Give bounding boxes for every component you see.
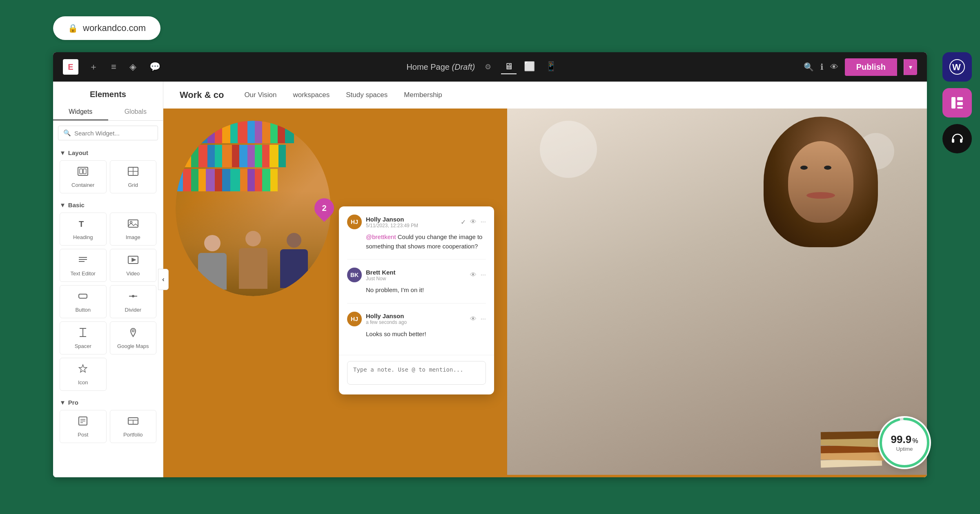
svg-point-16 (132, 295, 134, 297)
comment-input[interactable] (347, 361, 486, 385)
tab-widgets[interactable]: Widgets (53, 104, 108, 120)
widget-button[interactable]: Button (60, 285, 107, 318)
pro-arrow-icon: ▼ (60, 399, 66, 406)
video-icon (127, 254, 139, 268)
svg-rect-1 (80, 169, 82, 174)
nav-membership[interactable]: Membership (404, 91, 442, 99)
comment-actions-2: 👁 ··· (470, 271, 486, 279)
publish-button[interactable]: Publish (845, 58, 897, 76)
more-icon[interactable]: ··· (481, 218, 486, 226)
uptime-value: 99.9 (891, 433, 912, 446)
page-settings-icon[interactable]: ⚙ (485, 62, 491, 71)
view-icon-3[interactable]: 👁 (470, 315, 477, 323)
desktop-view-button[interactable]: 🖥 (501, 60, 517, 74)
comment-pin[interactable]: 2 (314, 198, 334, 218)
comment-meta-3: Holly Janson a few seconds ago (366, 312, 466, 325)
site-logo: Work & co (180, 90, 224, 100)
elementor-logo[interactable]: E (63, 59, 78, 75)
nav-study-spaces[interactable]: Study spaces (346, 91, 388, 99)
panel-collapse-button[interactable]: ‹ (158, 269, 169, 290)
left-panel: Elements Widgets Globals 🔍 ▼ Layout (53, 82, 163, 477)
widget-spacer[interactable]: Spacer (60, 321, 107, 354)
publish-dropdown-button[interactable]: ▾ (904, 59, 917, 75)
comment-time-1: 5/11/2023, 12:23:49 PM (366, 223, 457, 228)
avatar-brett: BK (347, 268, 362, 282)
resolve-icon[interactable]: ✓ (461, 218, 466, 226)
widget-image[interactable]: Image (110, 213, 157, 246)
image-icon (127, 218, 139, 232)
widget-icon[interactable]: Icon (60, 358, 107, 391)
tablet-view-button[interactable]: ⬜ (521, 60, 538, 74)
students-photo (176, 121, 331, 296)
basic-widgets-grid: T Heading Image (60, 213, 156, 391)
widget-post[interactable]: Post (60, 410, 107, 443)
svg-rect-31 (957, 97, 963, 100)
uptime-percent: % (912, 437, 918, 445)
icon-widget-label: Icon (78, 379, 88, 386)
url-display: workandco.com (83, 23, 146, 33)
widget-portfolio[interactable]: Portfolio (110, 410, 157, 443)
help-icon[interactable]: ℹ (820, 62, 824, 72)
post-label: Post (78, 432, 88, 438)
woman-photo (507, 109, 927, 475)
woman-figure (743, 109, 886, 475)
mention-brettkent: @brettkent (366, 233, 396, 240)
layout-section-title: ▼ Layout (60, 149, 156, 156)
search-input[interactable] (74, 130, 153, 137)
comments-button[interactable]: 💬 (147, 59, 163, 75)
comment-header-3: HJ Holly Janson a few seconds ago 👁 ··· (347, 312, 486, 326)
elementor-button[interactable] (942, 88, 972, 117)
device-switcher: 🖥 ⬜ 📱 (501, 60, 560, 74)
video-label: Video (126, 270, 140, 277)
comment-actions-3: 👁 ··· (470, 315, 486, 323)
navigator-button[interactable]: ≡ (109, 59, 119, 75)
pro-widgets-grid: Post Portfolio (60, 410, 156, 443)
comment-divider-2 (347, 303, 486, 304)
nav-workspaces[interactable]: workspaces (293, 91, 330, 99)
wordpress-button[interactable]: W (942, 52, 972, 82)
post-icon (77, 415, 89, 429)
widget-container[interactable]: Container (60, 160, 107, 193)
chevron-left-icon: ‹ (162, 276, 164, 283)
divider-icon (127, 290, 139, 304)
more-icon-3[interactable]: ··· (481, 315, 486, 323)
layout-arrow-icon: ▼ (60, 149, 66, 156)
container-icon (77, 166, 89, 179)
commenter-name-2: Brett Kent (366, 269, 466, 276)
comment-time-2: Just Now (366, 276, 466, 281)
widget-heading[interactable]: T Heading (60, 213, 107, 246)
tab-globals[interactable]: Globals (108, 104, 163, 120)
basic-section-title: ▼ Basic (60, 202, 156, 208)
nav-our-vision[interactable]: Our Vision (244, 91, 276, 99)
search-icon[interactable]: 🔍 (804, 62, 814, 72)
view-icon-2[interactable]: 👁 (470, 271, 477, 279)
comment-meta-1: Holly Janson 5/11/2023, 12:23:49 PM (366, 216, 457, 228)
comment-header-1: HJ Holly Janson 5/11/2023, 12:23:49 PM ✓… (347, 215, 486, 229)
mobile-view-button[interactable]: 📱 (542, 60, 560, 74)
toolbar-center: Home Page (Draft) ⚙ 🖥 ⬜ 📱 (171, 60, 795, 74)
view-icon[interactable]: 👁 (470, 218, 477, 226)
comment-input-area (339, 355, 494, 394)
headphones-button[interactable] (942, 124, 972, 153)
heading-icon: T (77, 218, 89, 232)
preview-icon[interactable]: 👁 (830, 62, 838, 72)
theme-builder-button[interactable]: ◈ (127, 59, 139, 75)
image-label: Image (126, 234, 140, 240)
more-icon-2[interactable]: ··· (481, 271, 486, 279)
hero-area: 2 HJ Holly Janson (163, 109, 927, 475)
widget-search-box[interactable]: 🔍 (58, 126, 158, 140)
widget-divider[interactable]: Divider (110, 285, 157, 318)
widget-video[interactable]: Video (110, 249, 157, 282)
svg-rect-33 (957, 107, 963, 109)
add-element-button[interactable]: ＋ (87, 58, 100, 75)
portfolio-icon (127, 415, 139, 429)
text-editor-label: Text Editor (71, 270, 96, 277)
comment-item-3: HJ Holly Janson a few seconds ago 👁 ··· (347, 312, 486, 339)
widget-grid[interactable]: Grid (110, 160, 157, 193)
widget-google-maps[interactable]: Google Maps (110, 321, 157, 354)
widget-text-editor[interactable]: Text Editor (60, 249, 107, 282)
editor-body: Elements Widgets Globals 🔍 ▼ Layout (53, 82, 927, 477)
svg-text:W: W (952, 62, 961, 72)
page-title: Home Page (Draft) (406, 62, 475, 72)
svg-rect-2 (83, 169, 86, 174)
